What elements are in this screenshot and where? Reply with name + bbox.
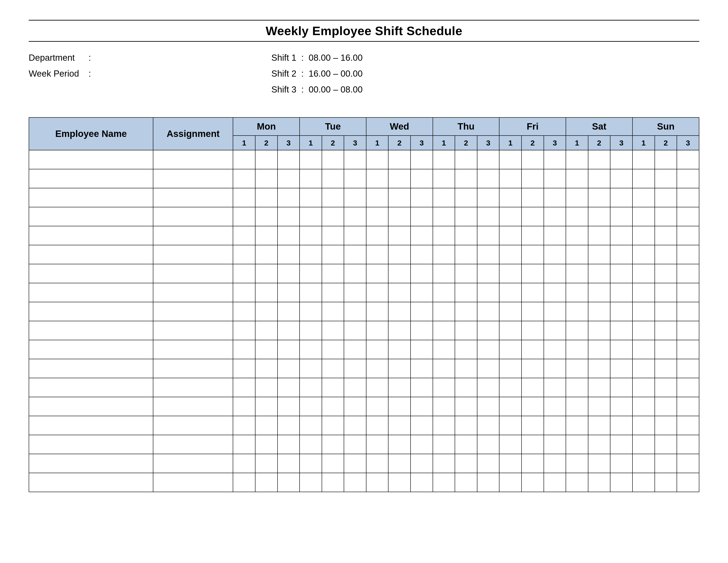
- cell-shift: [632, 264, 655, 283]
- cell-shift: [677, 207, 699, 226]
- cell-shift: [388, 473, 411, 492]
- cell-shift: [344, 378, 366, 397]
- cell-shift: [233, 302, 255, 321]
- cell-shift: [300, 340, 322, 359]
- cell-shift: [455, 340, 477, 359]
- meta-block: Department : Week Period : Shift 1 : 08.…: [29, 50, 699, 97]
- cell-shift: [278, 283, 300, 302]
- cell-shift: [233, 473, 255, 492]
- cell-shift: [322, 378, 344, 397]
- cell-shift: [300, 245, 322, 264]
- cell-shift: [278, 321, 300, 340]
- cell-shift: [677, 321, 699, 340]
- cell-shift: [588, 264, 610, 283]
- cell-shift: [233, 416, 255, 435]
- cell-shift: [566, 435, 588, 454]
- cell-employee-name: [29, 188, 153, 207]
- header-shift: 1: [300, 135, 322, 150]
- header-shift: 2: [522, 135, 544, 150]
- cell-shift: [566, 359, 588, 378]
- cell-shift: [566, 340, 588, 359]
- cell-shift: [566, 169, 588, 188]
- cell-shift: [677, 150, 699, 169]
- title-rule-box: Weekly Employee Shift Schedule: [29, 20, 699, 42]
- header-day-thu: Thu: [433, 117, 499, 135]
- cell-shift: [477, 207, 499, 226]
- cell-shift: [588, 454, 610, 473]
- department-sep: :: [88, 53, 91, 62]
- cell-shift: [344, 302, 366, 321]
- cell-shift: [655, 416, 677, 435]
- week-period-label: Week Period: [29, 66, 86, 81]
- cell-shift: [300, 207, 322, 226]
- cell-assignment: [153, 226, 233, 245]
- cell-shift: [278, 150, 300, 169]
- cell-shift: [388, 226, 411, 245]
- table-row: [29, 245, 699, 264]
- table-row: [29, 416, 699, 435]
- cell-employee-name: [29, 416, 153, 435]
- cell-shift: [477, 188, 499, 207]
- header-shift: 1: [632, 135, 655, 150]
- cell-shift: [366, 245, 388, 264]
- table-row: [29, 207, 699, 226]
- table-row: [29, 435, 699, 454]
- cell-shift: [255, 188, 278, 207]
- cell-assignment: [153, 150, 233, 169]
- cell-shift: [344, 245, 366, 264]
- cell-shift: [322, 397, 344, 416]
- cell-shift: [233, 283, 255, 302]
- shift2-range: 16.00 – 00.00: [309, 69, 363, 78]
- cell-shift: [233, 359, 255, 378]
- cell-shift: [344, 226, 366, 245]
- cell-shift: [455, 454, 477, 473]
- cell-shift: [588, 359, 610, 378]
- cell-shift: [300, 397, 322, 416]
- cell-shift: [499, 416, 522, 435]
- cell-shift: [610, 359, 632, 378]
- cell-employee-name: [29, 245, 153, 264]
- cell-shift: [322, 188, 344, 207]
- cell-shift: [388, 283, 411, 302]
- cell-shift: [322, 454, 344, 473]
- cell-shift: [566, 283, 588, 302]
- cell-shift: [344, 359, 366, 378]
- shift2-row: Shift 2 : 16.00 – 00.00: [271, 66, 699, 81]
- cell-shift: [455, 150, 477, 169]
- header-shift: 3: [677, 135, 699, 150]
- cell-shift: [388, 264, 411, 283]
- shift3-sep: :: [301, 85, 304, 94]
- cell-shift: [411, 435, 433, 454]
- table-row: [29, 150, 699, 169]
- cell-employee-name: [29, 473, 153, 492]
- cell-shift: [566, 302, 588, 321]
- cell-shift: [278, 245, 300, 264]
- cell-shift: [322, 435, 344, 454]
- cell-shift: [655, 340, 677, 359]
- cell-shift: [255, 340, 278, 359]
- cell-shift: [433, 188, 455, 207]
- shift2-sep: :: [301, 69, 304, 78]
- cell-shift: [544, 302, 566, 321]
- header-assignment: Assignment: [153, 117, 233, 150]
- shift1-range: 08.00 – 16.00: [309, 53, 363, 62]
- cell-shift: [233, 207, 255, 226]
- cell-shift: [677, 245, 699, 264]
- cell-shift: [388, 302, 411, 321]
- cell-shift: [433, 359, 455, 378]
- cell-shift: [455, 207, 477, 226]
- cell-shift: [677, 188, 699, 207]
- shift1-label: Shift 1: [271, 53, 296, 62]
- cell-shift: [677, 435, 699, 454]
- cell-shift: [632, 340, 655, 359]
- cell-shift: [344, 454, 366, 473]
- header-shift: 2: [588, 135, 610, 150]
- cell-shift: [322, 359, 344, 378]
- cell-employee-name: [29, 321, 153, 340]
- header-day-wed: Wed: [366, 117, 433, 135]
- table-row: [29, 264, 699, 283]
- cell-shift: [499, 283, 522, 302]
- cell-shift: [677, 378, 699, 397]
- shift1-sep: :: [301, 53, 304, 62]
- header-shift: 3: [278, 135, 300, 150]
